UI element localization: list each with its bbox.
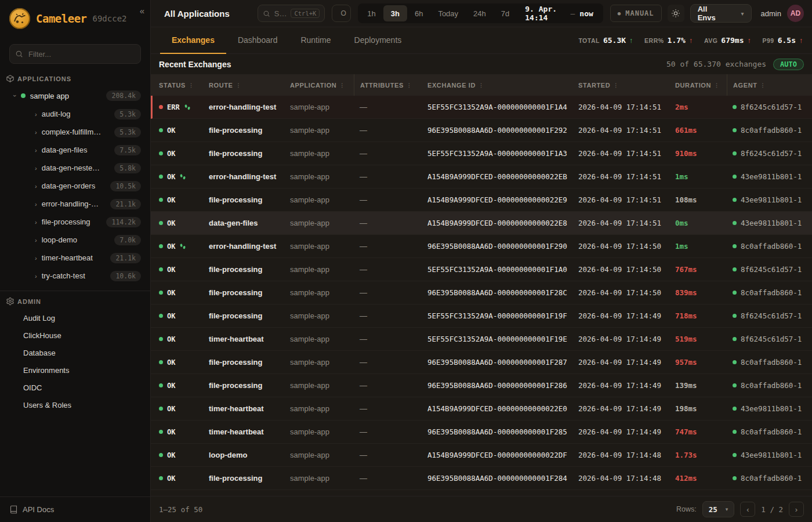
sidebar-item-route[interactable]: ›loop-demo7.0k [0, 231, 150, 249]
cell-duration: 412ms [675, 474, 733, 483]
date-range-display[interactable]: 9. Apr. 14:14 – now [517, 5, 601, 22]
sidebar-item-admin[interactable]: ClickHouse [0, 327, 150, 344]
column-header-attributes[interactable]: ATTRIBUTES⋮ [354, 74, 427, 96]
column-header-label: ROUTE [209, 82, 233, 89]
env-select[interactable]: All Envs ▾ [690, 4, 752, 23]
table-row[interactable]: OKfile-processingsample-app—96E395B0088A… [151, 119, 812, 142]
rows-per-page-select[interactable]: 25 ▾ [702, 501, 735, 517]
cell-status: OK [159, 382, 209, 390]
cell-route: file-processing [209, 358, 290, 367]
table-row[interactable]: OKfile-processingsample-app—96E395B0088A… [151, 374, 812, 397]
table-row[interactable]: OKtimer-heartbeatsample-app—A154B9A999DF… [151, 397, 812, 420]
column-header-application[interactable]: APPLICATION⋮ [290, 74, 360, 96]
range-button[interactable]: 1h [360, 5, 383, 21]
status-dot [159, 291, 163, 295]
filter-input[interactable] [9, 44, 141, 64]
table-row[interactable]: OKfile-processingsample-app—5EF55FC31352… [151, 258, 812, 281]
cell-started: 2026-04-09 17:14:51 [578, 195, 675, 204]
tab-dashboard[interactable]: Dashboard [226, 27, 289, 54]
theme-toggle-button[interactable] [668, 5, 684, 22]
sidebar-item-route[interactable]: ›data-gen-files7.5k [0, 141, 150, 159]
cell-route: error-handling-test [209, 242, 290, 251]
range-button[interactable]: 24h [466, 5, 494, 21]
table-row[interactable]: OKfile-processingsample-app—96E395B0088A… [151, 281, 812, 304]
agent-id: 43ee9811b801-1 [741, 451, 802, 459]
sidebar-item-route[interactable]: ›try-catch-test10.6k [0, 267, 150, 285]
sidebar-item-route[interactable]: ›complex-fulfillm…5.3k [0, 123, 150, 141]
cell-status: OK [159, 126, 209, 135]
table-row[interactable]: OKfile-processingsample-app—5EF55FC31352… [151, 142, 812, 165]
tab-deployments[interactable]: Deployments [343, 27, 414, 54]
table-subheader: Recent Exchanges 50 of 65.370 exchanges … [151, 54, 812, 74]
sidebar-item-route[interactable]: ›data-gen-orders10.5k [0, 177, 150, 195]
stat-err: ERR%1.7%↑ [644, 36, 693, 45]
tab-runtime[interactable]: Runtime [289, 27, 342, 54]
sidebar-item-admin[interactable]: OIDC [0, 379, 150, 396]
table-row[interactable]: OKtimer-heartbeatsample-app—96E395B0088A… [151, 420, 812, 444]
cell-attr: — [360, 242, 427, 251]
sidebar-item-route[interactable]: ›file-processing114.2k [0, 213, 150, 231]
online-status-indicator[interactable]: O [332, 5, 351, 22]
table-row[interactable]: OKerror-handling-testsample-app—A154B9A9… [151, 165, 812, 188]
table-row[interactable]: OKfile-processingsample-app—96E395B0088A… [151, 351, 812, 374]
stat-avg: AVG679ms↑ [704, 36, 751, 45]
next-page-button[interactable]: › [789, 502, 804, 517]
cell-status: ERR [159, 103, 209, 111]
table-row[interactable]: OKtimer-heartbeatsample-app—5EF55FC31352… [151, 328, 812, 351]
table-row[interactable]: OKdata-gen-filessample-app—A154B9A999DFC… [151, 212, 812, 235]
sort-icon: ⋮ [478, 82, 484, 88]
table-row[interactable]: OKfile-processingsample-app—96E395B0088A… [151, 467, 812, 490]
sidebar-item-route[interactable]: ›audit-log5.3k [0, 105, 150, 123]
avatar[interactable]: AD [787, 5, 804, 22]
sidebar-item-sample-app[interactable]: › sample app 208.4k [0, 86, 150, 105]
cell-attr: — [360, 381, 427, 390]
column-header-started[interactable]: STARTED⋮ [578, 74, 675, 96]
table-row[interactable]: OKloop-demosample-app—A154B9A999DFCED-00… [151, 444, 812, 467]
table-row[interactable]: OKfile-processingsample-app—5EF55FC31352… [151, 304, 812, 328]
sidebar-item-admin[interactable]: Users & Roles [0, 396, 150, 414]
column-header-exchange-id[interactable]: EXCHANGE ID⋮ [427, 74, 578, 96]
sidebar-item-route[interactable]: ›data-gen-neste…5.8k [0, 159, 150, 177]
tab-exchanges[interactable]: Exchanges [160, 27, 226, 54]
cell-status: OK [159, 150, 209, 158]
status-text: OK [167, 474, 175, 483]
agent-status-dot [733, 407, 737, 411]
sidebar-item-route[interactable]: ›error-handling-…21.1k [0, 195, 150, 213]
sidebar-item-route[interactable]: ›timer-heartbeat21.1k [0, 249, 150, 267]
range-button[interactable]: 3h [383, 5, 407, 21]
column-header-agent[interactable]: AGENT⋮ [727, 74, 812, 96]
api-docs-link[interactable]: API Docs [0, 496, 150, 522]
table-row[interactable]: ERRerror-handling-testsample-app—5EF55FC… [151, 96, 812, 119]
cell-agent: 8f6245c61d57-1 [733, 335, 812, 343]
cell-status: OK [159, 219, 209, 227]
range-button[interactable]: 7d [494, 5, 517, 21]
sidebar-collapse-icon[interactable]: « [140, 6, 144, 16]
column-header-duration[interactable]: DURATION⋮ [675, 74, 733, 96]
status-text: OK [167, 382, 175, 390]
status-text: OK [167, 451, 175, 459]
cell-app: sample-app [290, 149, 360, 158]
agent-id: 8f6245c61d57-1 [741, 149, 802, 158]
status-dot [159, 105, 163, 109]
sidebar-item-admin[interactable]: Audit Log [0, 309, 150, 327]
trace-steps-icon [184, 104, 191, 111]
agent-id: 8c0affadb860-1 [741, 288, 802, 297]
column-header-route[interactable]: ROUTE⋮ [209, 74, 290, 96]
auto-refresh-badge[interactable]: AUTO [773, 59, 804, 70]
cell-started: 2026-04-09 17:14:51 [578, 103, 675, 111]
sidebar-item-admin[interactable]: Database [0, 344, 150, 361]
column-header-status[interactable]: STATUS⋮ [159, 74, 209, 96]
status-dot [159, 430, 163, 434]
status-text: OK [167, 150, 175, 158]
range-button[interactable]: Today [430, 5, 466, 21]
prev-page-button[interactable]: ‹ [740, 502, 755, 517]
status-dot [159, 337, 163, 341]
manual-refresh-button[interactable]: ● MANUAL [610, 5, 662, 22]
sidebar-item-admin[interactable]: Environments [0, 361, 150, 379]
range-button[interactable]: 6h [407, 5, 430, 21]
table-row[interactable]: OKerror-handling-testsample-app—96E395B0… [151, 235, 812, 258]
package-icon [6, 74, 14, 83]
global-search[interactable]: S… Ctrl+K [258, 5, 325, 22]
table-row[interactable]: OKfile-processingsample-app—A154B9A999DF… [151, 188, 812, 212]
status-text: OK [167, 335, 175, 343]
